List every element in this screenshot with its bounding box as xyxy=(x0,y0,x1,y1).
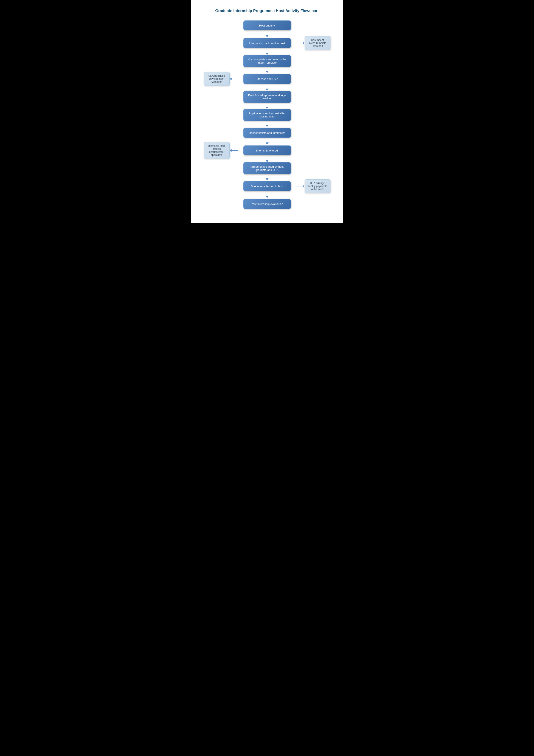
step-box-draft-advert: Draft Advert approval and logo provided xyxy=(243,91,291,103)
step-box-post-eval: Post-internship evaluation xyxy=(243,199,291,209)
side-box-internship-offered: Internship team notifies unsuccessful ap… xyxy=(204,142,230,159)
down-arrow-invoice xyxy=(266,192,268,198)
side-box-site-visit: UEA Business Development Manager xyxy=(204,72,230,86)
step-box-invoice: One invoice issued to host xyxy=(243,181,291,191)
down-arrow-draft-advert xyxy=(266,103,268,109)
side-box-info-pack: Cost Sheet Intern Template Flowchart xyxy=(305,36,330,50)
arrow-info-pack xyxy=(296,42,305,44)
step-row-host-enquiry: Host enquiry xyxy=(197,20,337,31)
step-row-site-visit: Site visit and Q&AUEA Business Developme… xyxy=(197,73,337,85)
page-title: Graduate Internship Programme Host Activ… xyxy=(197,9,337,13)
down-arrow-applications-sent xyxy=(266,121,268,127)
step-box-agreements-signed: Agreements signed by host, graduate and … xyxy=(243,162,291,174)
step-row-invoice: One invoice issued to hostUEA arrange we… xyxy=(197,180,337,192)
down-arrow-agreements-signed xyxy=(266,174,268,180)
step-row-info-pack: Information pack sent to hostCost Sheet … xyxy=(197,37,337,49)
step-box-internship-offered: Internship offered xyxy=(243,146,291,155)
down-arrow-internship-offered xyxy=(266,156,268,162)
page: Graduate Internship Programme Host Activ… xyxy=(191,0,343,223)
step-row-post-eval: Post-internship evaluation xyxy=(197,198,337,210)
down-arrow-shortlist xyxy=(266,139,268,145)
down-arrow-site-visit xyxy=(266,85,268,91)
step-box-intern-template: Host completes and returns the Intern Te… xyxy=(243,55,291,67)
arrow-internship-offered xyxy=(230,149,238,152)
step-box-host-enquiry: Host enquiry xyxy=(243,20,291,30)
arrow-invoice xyxy=(296,185,305,187)
flowchart: Host enquiryInformation pack sent to hos… xyxy=(197,20,337,210)
step-box-shortlist: Host shortlists and interviews xyxy=(243,128,291,138)
step-row-applications-sent: Applications sent to host after closing … xyxy=(197,109,337,121)
step-row-shortlist: Host shortlists and interviews xyxy=(197,127,337,139)
step-row-internship-offered: Internship offeredInternship team notifi… xyxy=(197,145,337,156)
step-row-intern-template: Host completes and returns the Intern Te… xyxy=(197,55,337,67)
step-box-site-visit: Site visit and Q&A xyxy=(243,74,291,84)
down-arrow-info-pack xyxy=(266,49,268,55)
step-box-applications-sent: Applications sent to host after closing … xyxy=(243,109,291,121)
step-row-draft-advert: Draft Advert approval and logo provided xyxy=(197,91,337,103)
down-arrow-intern-template xyxy=(266,67,268,73)
step-row-agreements-signed: Agreements signed by host, graduate and … xyxy=(197,162,337,174)
side-box-invoice: UEA arrange weekly payments to the inter… xyxy=(305,179,330,193)
down-arrow-host-enquiry xyxy=(266,31,268,37)
step-box-info-pack: Information pack sent to host xyxy=(243,38,291,48)
arrow-site-visit xyxy=(230,78,238,80)
